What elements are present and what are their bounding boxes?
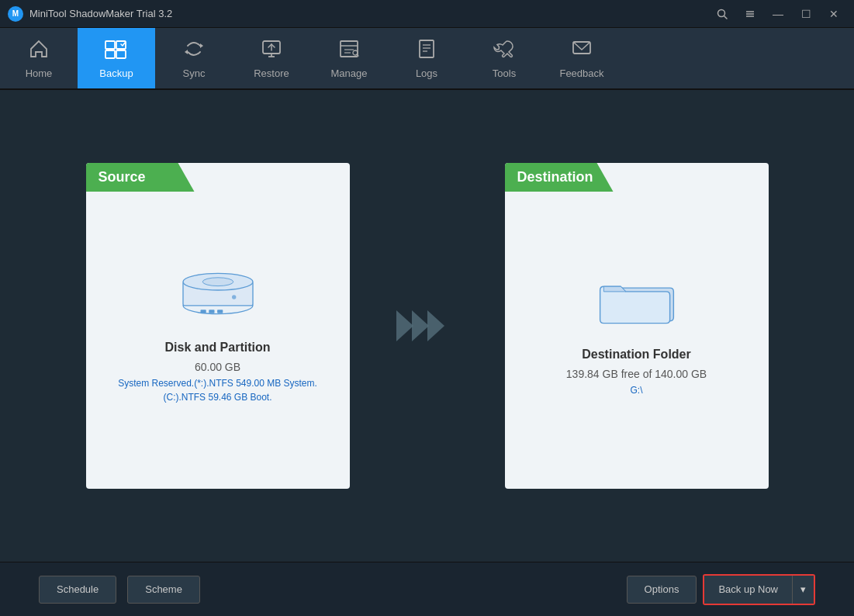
main-content: Source Disk and Partition 60.00 GB Syste… [0,90,854,562]
svg-marker-9 [200,43,203,48]
source-card[interactable]: Source Disk and Partition 60.00 GB Syste… [86,163,350,489]
svg-rect-8 [116,50,126,58]
nav-item-manage[interactable]: Manage [310,28,388,88]
svg-marker-34 [396,310,413,341]
svg-rect-31 [209,310,214,313]
menu-button[interactable] [738,3,762,25]
scheme-button[interactable]: Scheme [127,576,200,604]
feedback-icon [571,38,593,63]
home-icon [28,38,50,63]
source-header: Source [86,163,195,192]
nav-label-manage: Manage [331,67,368,79]
source-size: 60.00 GB [195,361,240,373]
backup-now-dropdown[interactable]: ▾ [792,576,814,604]
bottom-left-buttons: Schedule Scheme [39,576,200,604]
titlebar: M MiniTool ShadowMaker Trial 3.2 — ☐ ✕ [0,0,854,28]
svg-rect-15 [341,41,358,57]
nav-item-backup[interactable]: Backup [78,28,155,88]
manage-icon [338,38,360,63]
nav-item-sync[interactable]: Sync [155,28,233,88]
nav-label-backup: Backup [99,67,133,79]
destination-title: Destination Folder [582,348,690,362]
sync-icon [183,38,205,63]
nav-item-home[interactable]: Home [0,28,78,88]
disk-icon [171,255,264,325]
svg-rect-7 [105,50,115,58]
svg-point-29 [202,278,233,286]
navbar: Home Backup Sync [0,28,854,90]
source-title: Disk and Partition [164,341,270,355]
options-button[interactable]: Options [627,576,697,604]
svg-line-1 [724,16,728,19]
arrow-section [396,303,458,349]
nav-label-logs: Logs [416,67,437,79]
backup-icon [104,38,129,63]
restore-icon [261,38,282,63]
nav-label-restore: Restore [254,67,289,79]
close-button[interactable]: ✕ [821,3,846,25]
tools-icon [493,38,515,63]
nav-item-logs[interactable]: Logs [388,28,465,88]
svg-marker-10 [185,50,188,54]
nav-item-restore[interactable]: Restore [233,28,310,88]
minimize-button[interactable]: — [766,3,790,25]
logs-icon [416,38,437,63]
app-logo: M [8,6,23,22]
nav-label-sync: Sync [183,67,206,79]
svg-rect-30 [200,310,206,313]
svg-marker-36 [427,310,444,341]
maximize-button[interactable]: ☐ [793,3,818,25]
destination-path: G:\ [630,383,642,397]
folder-icon [590,262,683,332]
backup-now-group: Back up Now ▾ [703,574,815,605]
bottom-bar: Schedule Scheme Options Back up Now ▾ [0,562,854,616]
titlebar-controls: — ☐ ✕ [710,3,846,25]
backup-now-button[interactable]: Back up Now [704,576,792,604]
nav-label-tools: Tools [493,67,516,79]
destination-size: 139.84 GB free of 140.00 GB [566,368,707,380]
svg-rect-32 [217,310,223,313]
destination-header: Destination [505,163,614,192]
search-button[interactable] [710,3,735,25]
destination-card[interactable]: Destination Destination Folder 139.84 GB… [505,163,769,489]
app-title: MiniTool ShadowMaker Trial 3.2 [29,8,172,19]
svg-marker-35 [412,310,429,341]
bottom-right-buttons: Options Back up Now ▾ [627,574,815,605]
svg-point-33 [232,295,236,299]
nav-item-feedback[interactable]: Feedback [543,28,621,88]
nav-label-feedback: Feedback [559,67,603,79]
nav-item-tools[interactable]: Tools [465,28,543,88]
schedule-button[interactable]: Schedule [39,576,116,604]
svg-rect-21 [420,40,434,57]
nav-label-home: Home [26,67,53,79]
titlebar-left: M MiniTool ShadowMaker Trial 3.2 [8,6,172,22]
svg-rect-5 [105,41,115,49]
source-detail: System Reserved.(*:).NTFS 549.00 MB Syst… [118,376,317,404]
